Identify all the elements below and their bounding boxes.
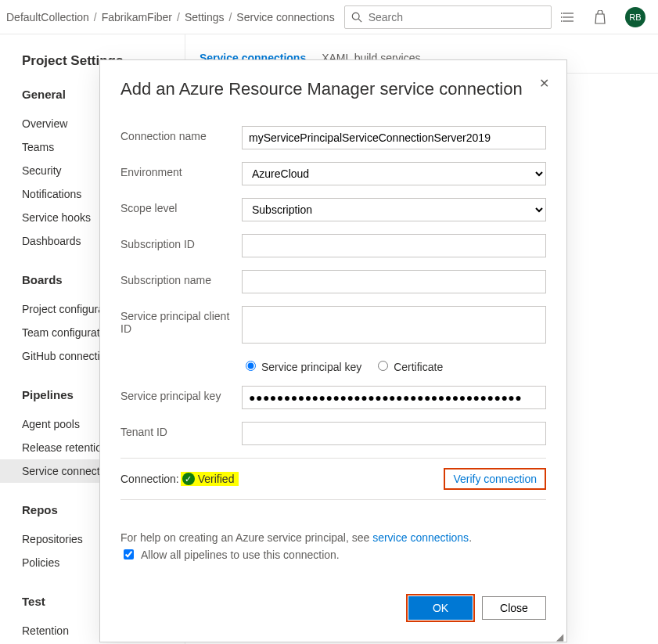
main-area: Service connections XAML build services … xyxy=(185,34,658,644)
shopping-bag-icon[interactable] xyxy=(594,10,606,24)
service-connections-link[interactable]: service connections xyxy=(372,531,469,544)
input-connection-name[interactable] xyxy=(242,126,546,149)
close-button[interactable]: Close xyxy=(482,596,546,620)
allow-all-label: Allow all pipelines to use this connecti… xyxy=(141,549,340,561)
label-scope-level: Scope level xyxy=(120,198,242,214)
verified-text: Verified xyxy=(198,473,235,485)
top-actions: RB xyxy=(561,7,652,27)
input-sp-client-id[interactable] xyxy=(242,306,546,344)
top-bar: DefaultCollection / FabrikamFiber / Sett… xyxy=(0,0,658,34)
help-text: For help on creating an Azure service pr… xyxy=(120,531,546,544)
svg-point-0 xyxy=(352,13,359,20)
verified-badge: ✓ Verified xyxy=(181,472,239,486)
select-environment[interactable]: AzureCloud xyxy=(242,162,546,185)
breadcrumb-item[interactable]: FabrikamFiber xyxy=(102,11,172,23)
add-connection-dialog: ✕ Add an Azure Resource Manager service … xyxy=(99,59,567,642)
breadcrumb-item[interactable]: DefaultCollection xyxy=(6,11,89,23)
breadcrumb: DefaultCollection / FabrikamFiber / Sett… xyxy=(6,11,335,23)
close-icon[interactable]: ✕ xyxy=(539,76,549,91)
avatar[interactable]: RB xyxy=(625,7,645,27)
label-connection-name: Connection name xyxy=(120,126,242,142)
allow-all-input[interactable] xyxy=(124,549,134,559)
verify-connection-button[interactable]: Verify connection xyxy=(444,468,546,490)
input-tenant-id[interactable] xyxy=(242,422,546,445)
label-subscription-name: Subscription name xyxy=(120,270,242,286)
list-icon[interactable] xyxy=(561,12,575,23)
search-icon xyxy=(351,12,362,23)
input-sp-key[interactable] xyxy=(242,386,546,409)
label-subscription-id: Subscription ID xyxy=(120,234,242,250)
label-tenant-id: Tenant ID xyxy=(120,422,242,438)
input-subscription-name[interactable] xyxy=(242,270,546,293)
input-subscription-id[interactable] xyxy=(242,234,546,257)
connection-label: Connection: xyxy=(120,473,179,485)
ok-button[interactable]: OK xyxy=(408,596,473,620)
check-icon: ✓ xyxy=(182,473,195,485)
breadcrumb-item[interactable]: Service connections xyxy=(236,11,334,23)
svg-point-7 xyxy=(561,20,562,21)
radio-sp-key[interactable]: Service principal key xyxy=(242,358,361,373)
resize-grip[interactable]: ◢ xyxy=(556,634,563,640)
breadcrumb-separator: / xyxy=(177,11,180,23)
allow-all-checkbox[interactable]: Allow all pipelines to use this connecti… xyxy=(120,547,546,562)
breadcrumb-separator: / xyxy=(94,11,97,23)
search-box[interactable] xyxy=(344,5,552,29)
search-input[interactable] xyxy=(367,10,545,24)
breadcrumb-item[interactable]: Settings xyxy=(185,11,225,23)
radio-certificate[interactable]: Certificate xyxy=(374,358,443,373)
breadcrumb-separator: / xyxy=(228,11,232,23)
svg-point-6 xyxy=(561,16,562,17)
label-environment: Environment xyxy=(120,162,242,178)
label-sp-client-id: Service principal client ID xyxy=(120,306,242,335)
svg-point-5 xyxy=(561,13,562,13)
select-scope-level[interactable]: Subscription xyxy=(242,198,546,221)
label-sp-key: Service principal key xyxy=(120,386,242,402)
dialog-title: Add an Azure Resource Manager service co… xyxy=(120,79,546,99)
svg-line-1 xyxy=(358,19,361,22)
